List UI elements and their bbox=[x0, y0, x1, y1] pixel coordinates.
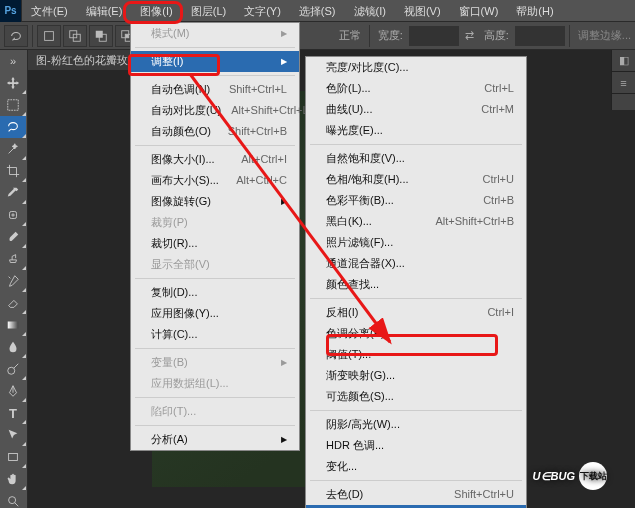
menu-window[interactable]: 窗口(W) bbox=[450, 0, 508, 22]
menu-filter[interactable]: 滤镜(I) bbox=[345, 0, 395, 22]
menu-select[interactable]: 选择(S) bbox=[290, 0, 345, 22]
hand-tool[interactable] bbox=[0, 468, 26, 490]
svg-rect-12 bbox=[9, 454, 18, 461]
panel-icon-1[interactable]: ◧ bbox=[612, 50, 635, 72]
zoom-tool[interactable] bbox=[0, 490, 26, 508]
menu-adjustments-item-6[interactable]: 色相/饱和度(H)...Ctrl+U bbox=[306, 169, 526, 190]
svg-rect-10 bbox=[8, 322, 19, 329]
menu-file[interactable]: 文件(E) bbox=[22, 0, 77, 22]
menu-adjustments-item-2[interactable]: 曲线(U)...Ctrl+M bbox=[306, 99, 526, 120]
menu-adjustments-item-14[interactable]: 色调分离(P)... bbox=[306, 323, 526, 344]
swap-icon[interactable]: ⇄ bbox=[461, 29, 478, 42]
menu-image-item-11: 裁剪(P) bbox=[131, 212, 299, 233]
rectangle-tool[interactable] bbox=[0, 446, 26, 468]
panel-icon-2[interactable]: ≡ bbox=[612, 72, 635, 94]
menu-adjustments-item-23[interactable]: 去色(D)Shift+Ctrl+U bbox=[306, 484, 526, 505]
menu-image-item-6[interactable]: 自动颜色(O)Shift+Ctrl+B bbox=[131, 121, 299, 142]
right-panel: ◧ ≡ bbox=[611, 50, 635, 110]
history-brush-tool[interactable] bbox=[0, 270, 26, 292]
width-input[interactable] bbox=[409, 26, 459, 46]
watermark-logo: U∈BUG 下载站 bbox=[533, 462, 607, 490]
clone-stamp-tool[interactable] bbox=[0, 248, 26, 270]
menu-adjustments-dropdown: 亮度/对比度(C)...色阶(L)...Ctrl+L曲线(U)...Ctrl+M… bbox=[305, 56, 527, 508]
menu-image-item-4[interactable]: 自动色调(N)Shift+Ctrl+L bbox=[131, 79, 299, 100]
menu-type[interactable]: 文字(Y) bbox=[235, 0, 290, 22]
width-label: 宽度: bbox=[374, 28, 407, 43]
eyedropper-tool[interactable] bbox=[0, 182, 26, 204]
menu-adjustments-item-11[interactable]: 颜色查找... bbox=[306, 274, 526, 295]
svg-point-11 bbox=[8, 367, 15, 374]
menu-image-item-8[interactable]: 图像大小(I)...Alt+Ctrl+I bbox=[131, 149, 299, 170]
menu-image-dropdown: 模式(M)▶调整(I)▶自动色调(N)Shift+Ctrl+L自动对比度(U)A… bbox=[130, 22, 300, 451]
toolbar: » T bbox=[0, 50, 28, 508]
menu-adjustments-item-1[interactable]: 色阶(L)...Ctrl+L bbox=[306, 78, 526, 99]
options-bar: 正常 宽度: ⇄ 高度: 调整边缘... bbox=[0, 22, 635, 50]
type-tool[interactable]: T bbox=[0, 402, 26, 424]
menu-image-item-20: 应用数据组(L)... bbox=[131, 373, 299, 394]
lasso-tool[interactable] bbox=[0, 116, 26, 138]
menu-adjustments-item-15[interactable]: 阈值(T)... bbox=[306, 344, 526, 365]
menu-image-item-2[interactable]: 调整(I)▶ bbox=[131, 51, 299, 72]
menu-image-item-10[interactable]: 图像旋转(G)▶ bbox=[131, 191, 299, 212]
path-selection-tool[interactable] bbox=[0, 424, 26, 446]
menu-image-item-24[interactable]: 分析(A)▶ bbox=[131, 429, 299, 450]
svg-point-13 bbox=[9, 497, 16, 504]
marquee-tool[interactable] bbox=[0, 94, 26, 116]
menu-view[interactable]: 视图(V) bbox=[395, 0, 450, 22]
menu-adjustments-item-5[interactable]: 自然饱和度(V)... bbox=[306, 148, 526, 169]
svg-rect-8 bbox=[8, 100, 19, 111]
watermark-text: U∈BUG bbox=[533, 470, 575, 483]
menu-edit[interactable]: 编辑(E) bbox=[77, 0, 132, 22]
app-logo: Ps bbox=[0, 0, 22, 22]
menu-adjustments-item-16[interactable]: 渐变映射(G)... bbox=[306, 365, 526, 386]
height-input[interactable] bbox=[515, 26, 565, 46]
dodge-tool[interactable] bbox=[0, 358, 26, 380]
menu-image-item-5[interactable]: 自动对比度(U)Alt+Shift+Ctrl+L bbox=[131, 100, 299, 121]
selection-new-icon[interactable] bbox=[37, 25, 61, 47]
blur-tool[interactable] bbox=[0, 336, 26, 358]
menu-adjustments-item-9[interactable]: 照片滤镜(F)... bbox=[306, 232, 526, 253]
collapse-icon[interactable]: » bbox=[0, 50, 26, 72]
menu-image-item-0: 模式(M)▶ bbox=[131, 23, 299, 44]
menu-image-item-12[interactable]: 裁切(R)... bbox=[131, 233, 299, 254]
selection-add-icon[interactable] bbox=[63, 25, 87, 47]
mode-label: 正常 bbox=[335, 28, 365, 43]
magic-wand-tool[interactable] bbox=[0, 138, 26, 160]
gradient-tool[interactable] bbox=[0, 314, 26, 336]
pen-tool[interactable] bbox=[0, 380, 26, 402]
menubar: Ps 文件(E) 编辑(E) 图像(I) 图层(L) 文字(Y) 选择(S) 滤… bbox=[0, 0, 635, 22]
height-label: 高度: bbox=[480, 28, 513, 43]
menu-adjustments-item-10[interactable]: 通道混合器(X)... bbox=[306, 253, 526, 274]
healing-brush-tool[interactable] bbox=[0, 204, 26, 226]
menu-adjustments-item-3[interactable]: 曝光度(E)... bbox=[306, 120, 526, 141]
menu-adjustments-item-21[interactable]: 变化... bbox=[306, 456, 526, 477]
menu-adjustments-item-17[interactable]: 可选颜色(S)... bbox=[306, 386, 526, 407]
brush-tool[interactable] bbox=[0, 226, 26, 248]
menu-adjustments-item-13[interactable]: 反相(I)Ctrl+I bbox=[306, 302, 526, 323]
menu-image-item-17[interactable]: 计算(C)... bbox=[131, 324, 299, 345]
lasso-tool-icon[interactable] bbox=[4, 25, 28, 47]
document-tab[interactable]: 图-粉红色的花瓣玫 bbox=[28, 50, 137, 70]
menu-image-item-19: 变量(B)▶ bbox=[131, 352, 299, 373]
menu-image-item-15[interactable]: 复制(D)... bbox=[131, 282, 299, 303]
refine-edges-button[interactable]: 调整边缘... bbox=[574, 28, 635, 43]
menu-help[interactable]: 帮助(H) bbox=[507, 0, 562, 22]
menu-adjustments-item-8[interactable]: 黑白(K)...Alt+Shift+Ctrl+B bbox=[306, 211, 526, 232]
menu-image-item-22: 陷印(T)... bbox=[131, 401, 299, 422]
menu-image-item-13: 显示全部(V) bbox=[131, 254, 299, 275]
selection-subtract-icon[interactable] bbox=[89, 25, 113, 47]
menu-adjustments-item-0[interactable]: 亮度/对比度(C)... bbox=[306, 57, 526, 78]
menu-layer[interactable]: 图层(L) bbox=[182, 0, 235, 22]
menu-image[interactable]: 图像(I) bbox=[131, 0, 181, 22]
watermark-badge: 下载站 bbox=[579, 462, 607, 490]
menu-adjustments-item-7[interactable]: 色彩平衡(B)...Ctrl+B bbox=[306, 190, 526, 211]
menu-adjustments-item-20[interactable]: HDR 色调... bbox=[306, 435, 526, 456]
crop-tool[interactable] bbox=[0, 160, 26, 182]
menu-image-item-9[interactable]: 画布大小(S)...Alt+Ctrl+C bbox=[131, 170, 299, 191]
svg-rect-7 bbox=[125, 34, 129, 38]
svg-rect-0 bbox=[45, 31, 54, 40]
menu-adjustments-item-19[interactable]: 阴影/高光(W)... bbox=[306, 414, 526, 435]
move-tool[interactable] bbox=[0, 72, 26, 94]
eraser-tool[interactable] bbox=[0, 292, 26, 314]
menu-image-item-16[interactable]: 应用图像(Y)... bbox=[131, 303, 299, 324]
